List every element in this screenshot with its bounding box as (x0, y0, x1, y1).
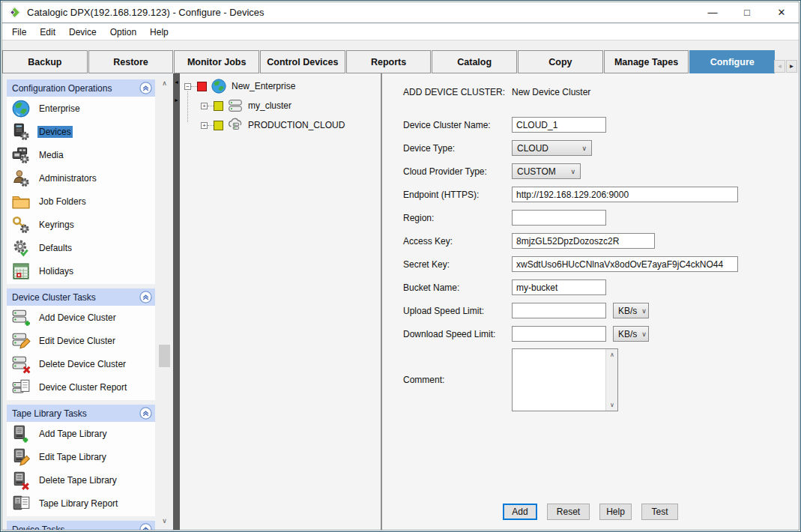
chevron-down-icon: ∨ (641, 307, 647, 315)
region-field[interactable] (512, 210, 606, 226)
sidebar-item-holidays[interactable]: Holidays (7, 259, 155, 282)
section-header[interactable]: Configuration Operations (7, 79, 155, 97)
device-cluster-name-field[interactable] (512, 117, 606, 133)
endpoint-field[interactable] (512, 187, 738, 202)
tab-scroll-left-icon[interactable]: ◄ (774, 60, 785, 73)
upload-speed-unit-select[interactable]: KB/s ∨ (613, 303, 649, 318)
chevron-down-icon: ∨ (641, 330, 647, 338)
tab-configure[interactable]: Configure (689, 50, 775, 73)
tree-node-production-cloud[interactable]: + PRODUCTION_CLOUD (184, 115, 381, 135)
comment-scrollbar[interactable]: ∧ ∨ (605, 349, 617, 411)
sidebar-item-edit-device-cluster[interactable]: Edit Device Cluster (7, 329, 155, 352)
maximize-button[interactable]: □ (730, 2, 764, 22)
sidebar-item-label: Add Device Cluster (37, 312, 118, 324)
download-speed-limit-field[interactable] (512, 326, 606, 342)
add-button[interactable]: Add (503, 504, 537, 520)
keyrings-icon (11, 215, 31, 235)
sidebar-item-edit-tape-library[interactable]: Edit Tape Library (7, 445, 155, 468)
collapse-section-icon[interactable] (139, 407, 152, 420)
tab-reports[interactable]: Reports (346, 50, 432, 73)
expand-node-icon[interactable]: + (201, 122, 208, 129)
window-title: Catalogic DPX(192.168.129.123) - Configu… (27, 7, 265, 18)
download-speed-unit-select[interactable]: KB/s ∨ (613, 326, 649, 342)
sidebar-item-device-cluster-report[interactable]: Device Cluster Report (7, 375, 155, 399)
section-header[interactable]: Device Tasks (7, 521, 155, 530)
tab-scroll-right-icon[interactable]: ► (786, 60, 797, 73)
device-cluster-report-icon (11, 378, 31, 397)
chevron-down-icon: ∨ (581, 145, 587, 152)
scroll-up-icon[interactable]: ∧ (158, 76, 171, 89)
sidebar-item-delete-device-cluster[interactable]: Delete Device Cluster (7, 352, 155, 375)
section-header[interactable]: Tape Library Tasks (7, 405, 155, 422)
tree-node-enterprise[interactable]: − New_Enterprise (184, 76, 381, 96)
tree-checkbox[interactable] (214, 121, 223, 130)
tab-copy[interactable]: Copy (518, 50, 603, 73)
menu-device[interactable]: Device (62, 25, 103, 40)
menu-option[interactable]: Option (103, 25, 143, 40)
collapse-node-icon[interactable]: − (184, 83, 191, 90)
menu-help[interactable]: Help (143, 25, 175, 40)
cloud-provider-type-select[interactable]: CUSTOM ∨ (512, 163, 581, 179)
tab-monitor-jobs[interactable]: Monitor Jobs (174, 50, 259, 73)
device-type-select[interactable]: CLOUD ∨ (512, 140, 592, 156)
scroll-up-icon[interactable]: ∧ (606, 349, 618, 360)
splitter-collapse-right-icon[interactable]: ► (174, 97, 179, 103)
collapse-section-icon[interactable] (139, 523, 152, 530)
tree-checkbox[interactable] (214, 101, 223, 111)
minimize-button[interactable]: — (695, 2, 730, 22)
tab-catalog[interactable]: Catalog (432, 50, 517, 73)
scroll-down-icon[interactable]: ∨ (158, 514, 171, 527)
sidebar-item-delete-tape-library[interactable]: Delete Tape Library (7, 468, 155, 492)
sidebar-item-add-device-cluster[interactable]: Add Device Cluster (7, 306, 155, 329)
region-label: Region: (403, 213, 512, 223)
tree-node-my-cluster[interactable]: + my_cluster (184, 96, 381, 115)
scroll-down-icon[interactable]: ∨ (606, 399, 618, 411)
sidebar-item-defaults[interactable]: Defaults (7, 236, 155, 259)
bucket-name-field[interactable] (512, 279, 606, 295)
sidebar-item-enterprise[interactable]: Enterprise (7, 97, 155, 120)
tree-checkbox[interactable] (197, 82, 207, 91)
section-title: Device Tasks (12, 525, 64, 531)
access-key-field[interactable] (512, 233, 655, 249)
menu-edit[interactable]: Edit (33, 25, 62, 40)
help-button[interactable]: Help (599, 504, 632, 520)
comment-field[interactable]: ∧ ∨ (512, 348, 618, 411)
cluster-server-icon (227, 97, 244, 114)
test-button[interactable]: Test (641, 504, 678, 520)
sidebar-item-job-folders[interactable]: Job Folders (7, 190, 155, 213)
collapse-section-icon[interactable] (139, 291, 152, 303)
delete-tape-library-icon (11, 471, 31, 490)
upload-speed-limit-field[interactable] (512, 303, 606, 318)
splitter-collapse-left-icon[interactable]: ◄ (174, 79, 179, 85)
comment-text-area[interactable] (513, 349, 605, 411)
enterprise-globe-icon (11, 99, 31, 118)
upload-speed-unit-value: KB/s (618, 306, 637, 316)
reset-button[interactable]: Reset (547, 504, 590, 520)
sidebar-item-add-tape-library[interactable]: Add Tape Library (7, 422, 155, 445)
device-type-value: CLOUD (517, 143, 577, 154)
sidebar-item-keyrings[interactable]: Keyrings (7, 213, 155, 236)
tab-control-devices[interactable]: Control Devices (260, 50, 345, 73)
expand-node-icon[interactable]: + (201, 103, 208, 109)
close-button[interactable]: ✕ (764, 2, 799, 22)
panel-splitter[interactable]: ◄ ► (173, 73, 180, 530)
sidebar-item-media[interactable]: Media (7, 143, 155, 166)
secret-key-field[interactable] (512, 256, 738, 272)
tab-manage-tapes[interactable]: Manage Tapes (604, 50, 689, 73)
scrollbar-thumb[interactable] (159, 345, 170, 367)
tree-node-label: PRODUCTION_CLOUD (248, 120, 345, 130)
section-header[interactable]: Device Cluster Tasks (7, 288, 155, 306)
tab-restore[interactable]: Restore (88, 50, 174, 73)
collapse-section-icon[interactable] (139, 82, 152, 94)
sidebar-item-tape-library-report[interactable]: Tape Library Report (7, 492, 155, 515)
sidebar-item-administrators[interactable]: Administrators (7, 166, 155, 190)
sidebar-item-devices[interactable]: Devices (7, 120, 155, 143)
section-title: Tape Library Tasks (12, 408, 87, 419)
sidebar-scrollbar[interactable]: ∧ ∨ (158, 76, 171, 527)
sidebar-item-label: Keyrings (37, 219, 76, 231)
edit-tape-library-icon (11, 447, 31, 467)
tab-backup[interactable]: Backup (2, 50, 88, 73)
menu-file[interactable]: File (5, 25, 33, 40)
content-area: Configuration Operations (2, 73, 799, 530)
delete-device-cluster-icon (11, 354, 31, 374)
